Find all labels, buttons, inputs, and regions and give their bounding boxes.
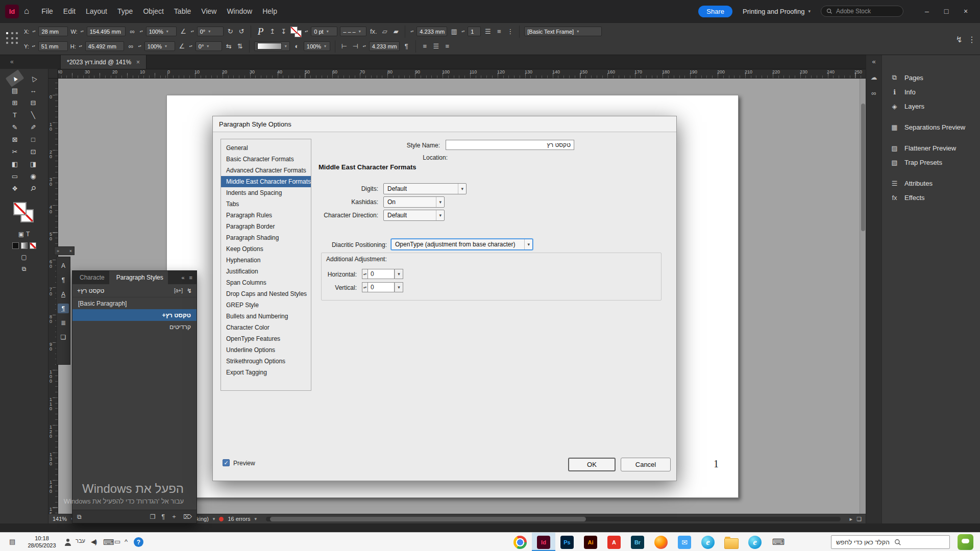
view-options-icon[interactable]: ⧉ — [22, 265, 27, 272]
wrap-none-icon[interactable]: ▱ — [380, 28, 389, 35]
paragraph-panel-icon[interactable]: ¶ — [58, 275, 69, 285]
hand-tool-icon[interactable]: ❖ — [7, 183, 22, 194]
ok-button[interactable]: OK — [568, 458, 616, 471]
w-field[interactable]: 154.495 mm — [87, 27, 126, 36]
expand-panels-icon[interactable]: » — [57, 248, 59, 254]
h-stepper[interactable]: ▴▾ — [79, 45, 83, 47]
control-panel-menu-icon[interactable]: ⋮ — [968, 35, 976, 44]
formatting-affects-container-icon[interactable]: ▣ — [18, 231, 24, 238]
next-spread-icon[interactable]: ▸ — [850, 516, 853, 522]
acrobat-icon[interactable]: A — [602, 533, 626, 551]
offset1-stepper[interactable]: ▴▾ — [410, 30, 414, 33]
mail-icon[interactable]: ✉ — [673, 533, 696, 551]
scissors-tool-icon[interactable]: ✂ — [7, 146, 22, 157]
pencil-tool-icon[interactable]: ✎ — [26, 122, 41, 133]
style-name-input[interactable]: טקסט רץ — [446, 140, 574, 150]
taskbar-search[interactable]: הקלד כאן כדי לחפש — [831, 535, 950, 549]
formatting-affects-text-icon[interactable]: T — [26, 231, 30, 238]
volume-icon[interactable]: ◀) — [91, 538, 96, 545]
scale-x-field[interactable]: 100%▾ — [146, 27, 177, 36]
rotate-ccw-icon[interactable]: ↺ — [237, 28, 246, 35]
rectangle-frame-tool-icon[interactable]: ⊠ — [7, 134, 22, 145]
align-right-icon[interactable]: ≡ — [443, 42, 452, 50]
stroke-weight-field[interactable]: 0 pt▾ — [311, 27, 337, 36]
cc-libraries-icon[interactable]: ☁ — [871, 73, 877, 81]
line-tool-icon[interactable]: ╲ — [26, 110, 41, 120]
maximize-button[interactable]: □ — [937, 4, 955, 18]
menu-item[interactable]: Layout — [81, 5, 112, 17]
indesign-app-icon[interactable]: Id — [5, 5, 19, 18]
close-tab-icon[interactable]: × — [136, 59, 140, 66]
distribute-icon[interactable]: ≡ — [495, 28, 503, 35]
align-panel-icon[interactable]: ☰ — [483, 28, 492, 35]
vertical-scrollbar-thumb[interactable] — [861, 104, 865, 231]
columns-stepper[interactable]: ▴▾ — [461, 30, 465, 33]
dialog-section-item[interactable]: General — [221, 142, 311, 154]
paragraph-styles-panel-icon[interactable]: ¶ — [58, 304, 69, 313]
direct-selection-tool-icon[interactable]: △ — [24, 69, 43, 87]
diacritic-positioning-dropdown[interactable]: OpenType (adjustment from base character… — [391, 239, 533, 250]
touch-keyboard-tray-icon[interactable]: ⌨ — [103, 538, 114, 547]
pen-tool-icon[interactable]: ✎ — [7, 122, 22, 133]
free-transform-tool-icon[interactable]: ⊡ — [26, 146, 41, 157]
menu-item[interactable]: View — [196, 5, 222, 17]
tab-paragraph-styles[interactable]: Paragraph Styles — [109, 271, 168, 284]
taskbar-clock[interactable]: 10:18 28/05/2023 — [22, 535, 61, 549]
swatches-panel-icon[interactable]: ❏ — [58, 332, 69, 342]
touch-keyboard-icon[interactable]: ⌨ — [767, 533, 790, 551]
scale-x-stepper[interactable]: ▴▾ — [139, 30, 143, 33]
preflight-errors[interactable]: 16 errors — [228, 516, 250, 522]
offset2-field[interactable]: 4.233 mm — [369, 41, 400, 51]
ruler-origin-box[interactable] — [48, 69, 58, 79]
menu-item[interactable]: Help — [257, 5, 282, 17]
horizontal-stepper[interactable]: ▴▾0▾ — [362, 269, 403, 279]
tray-overflow-icon[interactable]: ▤ — [9, 538, 15, 545]
show-hidden-icons[interactable]: ^ — [125, 538, 128, 545]
dialog-section-item[interactable]: Bullets and Numbering — [221, 311, 311, 322]
type-tool-icon[interactable]: T — [7, 110, 22, 120]
photoshop-icon[interactable]: Ps — [555, 533, 579, 551]
gpu-performance-icon[interactable]: ↯ — [956, 35, 963, 44]
fill-stroke-proxy[interactable] — [290, 27, 302, 37]
w-stepper[interactable]: ▴▾ — [80, 30, 84, 33]
scale-y-field[interactable]: 100%▾ — [144, 41, 175, 51]
horizontal-scrollbar-thumb[interactable] — [270, 517, 586, 521]
gap-tool-icon[interactable]: ↔ — [26, 85, 41, 96]
override-badge[interactable]: [a+] — [174, 288, 183, 293]
note-tool-icon[interactable]: ▭ — [7, 171, 22, 182]
minimize-button[interactable]: – — [918, 4, 936, 18]
align-left-icon[interactable]: ≡ — [421, 42, 429, 50]
file-explorer-icon[interactable] — [720, 533, 743, 551]
effects-icon[interactable]: fx. — [369, 28, 378, 35]
info-panel[interactable]: ℹ Info — [882, 85, 980, 99]
pages-panel[interactable]: ⧉ Pages — [882, 70, 980, 85]
dialog-section-item[interactable]: Hyphenation — [221, 255, 311, 266]
links-panel-icon[interactable]: ∞ — [871, 89, 876, 97]
menu-item[interactable]: File — [36, 5, 58, 17]
horizontal-scrollbar[interactable] — [266, 517, 841, 521]
flip-horizontal-icon[interactable]: ⇆ — [225, 42, 233, 50]
menu-item[interactable]: Type — [112, 5, 138, 17]
flattener-preview-panel[interactable]: ▨ Flattener Preview — [882, 141, 980, 155]
shear-field[interactable]: 0°▾ — [195, 41, 222, 51]
firefox-icon[interactable] — [649, 533, 673, 551]
constrain-scale-icon[interactable]: ∞ — [127, 42, 135, 50]
y-field[interactable]: 51 mm — [38, 41, 68, 51]
style-credits[interactable]: קרדיטים — [72, 321, 197, 333]
panel-prefs-icon[interactable]: ⧉ — [77, 513, 82, 520]
collapse-tabs-icon[interactable]: « — [10, 58, 14, 65]
dialog-section-item[interactable]: Character Color — [221, 322, 311, 333]
separations-preview-panel[interactable]: ▦ Separations Preview — [882, 120, 980, 134]
reference-point-proxy[interactable] — [6, 32, 19, 45]
delete-style-icon[interactable]: ⌦ — [183, 513, 192, 520]
cancel-button[interactable]: Cancel — [621, 458, 671, 471]
spread-view-icon[interactable]: ❏ — [856, 516, 862, 522]
stroke-color-dropdown[interactable]: ▾ — [254, 41, 290, 51]
screen-mode-icon[interactable]: ▢ — [21, 254, 27, 261]
style-running-text[interactable]: טקסט רץ+ — [72, 309, 197, 321]
share-button[interactable]: Share — [698, 6, 732, 17]
x-stepper[interactable]: ▴▾ — [32, 30, 36, 33]
content-collector-tool-icon[interactable]: ⊞ — [7, 97, 22, 108]
attributes-panel[interactable]: ☰ Attributes — [882, 176, 980, 190]
dialog-section-item[interactable]: Tabs — [221, 198, 311, 210]
